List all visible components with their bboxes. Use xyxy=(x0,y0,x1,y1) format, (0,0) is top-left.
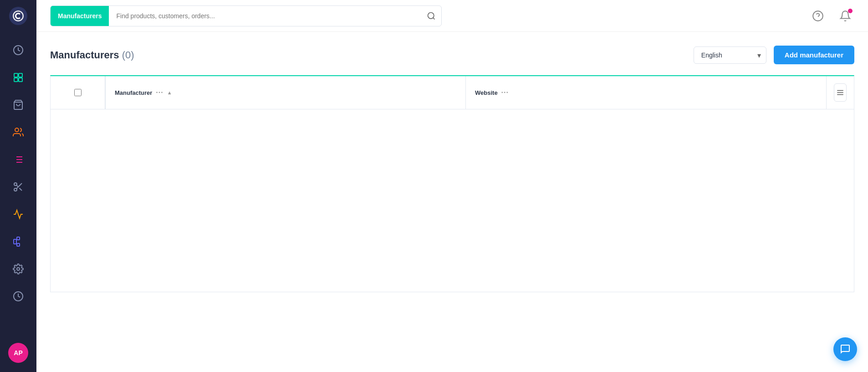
sidebar-item-catalog[interactable] xyxy=(0,64,36,91)
svg-rect-4 xyxy=(14,78,18,82)
chat-button[interactable] xyxy=(833,337,857,361)
th-manufacturer-dots[interactable]: ··· xyxy=(156,88,163,97)
svg-point-15 xyxy=(14,188,17,191)
add-manufacturer-button[interactable]: Add manufacturer xyxy=(774,46,854,64)
th-manufacturer-sort[interactable]: ▲ xyxy=(167,90,172,95)
notification-badge xyxy=(848,9,853,13)
th-website-label: Website xyxy=(475,89,498,96)
sidebar-item-activity[interactable] xyxy=(0,283,36,310)
svg-point-7 xyxy=(15,128,19,132)
th-manufacturer: Manufacturer ··· ▲ xyxy=(105,76,466,109)
page-title: Manufacturers (0) xyxy=(50,49,134,61)
th-actions xyxy=(827,76,854,109)
notification-icon[interactable] xyxy=(836,7,854,25)
svg-point-30 xyxy=(813,11,823,21)
svg-rect-20 xyxy=(17,237,20,240)
table-menu-button[interactable] xyxy=(834,83,847,102)
sidebar-item-dashboard[interactable] xyxy=(0,36,36,64)
sidebar: AP xyxy=(0,0,36,372)
topbar: Manufacturers xyxy=(36,0,868,32)
svg-rect-2 xyxy=(14,73,18,77)
logo[interactable] xyxy=(0,0,36,32)
user-avatar[interactable]: AP xyxy=(8,343,28,363)
table-body xyxy=(51,109,854,292)
page-content: Manufacturers (0) English French German … xyxy=(36,32,868,372)
select-all-checkbox[interactable] xyxy=(74,89,82,96)
language-select-wrapper: English French German Spanish xyxy=(694,46,766,64)
manufacturers-table: Manufacturer ··· ▲ Website ··· xyxy=(50,75,854,292)
search-input[interactable] xyxy=(109,6,421,26)
th-checkbox xyxy=(51,76,105,109)
search-icon[interactable] xyxy=(421,6,441,26)
sidebar-item-settings[interactable] xyxy=(0,255,36,283)
table-header: Manufacturer ··· ▲ Website ··· xyxy=(51,76,854,109)
sidebar-item-orders[interactable] xyxy=(0,91,36,119)
svg-point-28 xyxy=(428,12,434,18)
svg-point-14 xyxy=(14,183,17,186)
svg-line-29 xyxy=(433,17,435,19)
svg-line-17 xyxy=(19,188,22,191)
svg-point-26 xyxy=(17,268,20,270)
page-actions: English French German Spanish Add manufa… xyxy=(694,46,854,64)
search-bar: Manufacturers xyxy=(50,5,442,26)
sidebar-item-tools[interactable] xyxy=(0,173,36,201)
help-icon[interactable] xyxy=(809,7,827,25)
svg-line-18 xyxy=(16,185,18,187)
th-manufacturer-label: Manufacturer xyxy=(115,89,152,96)
topbar-actions xyxy=(809,7,854,25)
svg-rect-3 xyxy=(19,73,22,77)
th-website-dots[interactable]: ··· xyxy=(501,88,509,97)
svg-rect-21 xyxy=(17,243,20,246)
sidebar-item-customers[interactable] xyxy=(0,119,36,146)
manufacturer-count: (0) xyxy=(122,49,134,61)
main-content: Manufacturers xyxy=(36,0,868,372)
svg-point-0 xyxy=(9,7,27,25)
svg-line-24 xyxy=(16,243,17,245)
svg-rect-19 xyxy=(14,239,16,244)
sidebar-nav xyxy=(0,32,36,343)
language-select[interactable]: English French German Spanish xyxy=(694,46,766,64)
sidebar-bottom: AP xyxy=(8,343,28,372)
sidebar-item-integrations[interactable] xyxy=(0,228,36,255)
sidebar-item-marketing[interactable] xyxy=(0,201,36,228)
th-website: Website ··· xyxy=(466,76,827,109)
page-header: Manufacturers (0) English French German … xyxy=(50,46,854,64)
search-context-tag[interactable]: Manufacturers xyxy=(51,6,109,26)
svg-rect-5 xyxy=(19,78,22,82)
sidebar-item-reports[interactable] xyxy=(0,146,36,173)
